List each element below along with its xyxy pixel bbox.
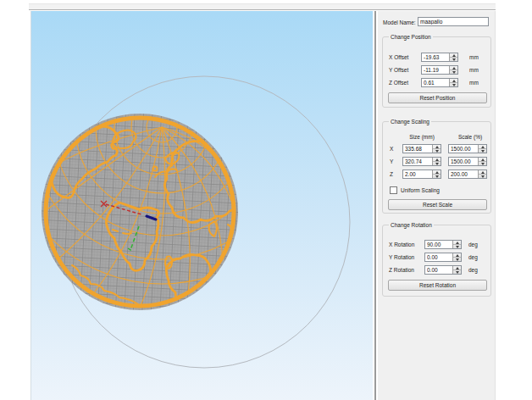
- x-rotation-input[interactable]: [426, 241, 452, 248]
- y-rotation-field: [424, 253, 462, 262]
- model-name-field: [418, 17, 489, 26]
- y-offset-input[interactable]: [423, 66, 449, 74]
- window-chrome-strip: [29, 3, 496, 10]
- scale-x-field: [448, 144, 487, 153]
- spin-down-icon[interactable]: [433, 149, 441, 153]
- size-z-spinner[interactable]: [432, 170, 441, 178]
- spin-down-icon[interactable]: [450, 83, 457, 86]
- uniform-scaling-label: Uniform Scaling: [401, 186, 440, 195]
- change-rotation-group: Change Rotation X Rotation deg Y Rotatio…: [382, 225, 491, 297]
- scale-y-input[interactable]: [450, 158, 478, 165]
- x-offset-field: [421, 53, 458, 62]
- scale-y-field: [448, 157, 487, 166]
- size-x-input[interactable]: [404, 145, 432, 153]
- size-z-input[interactable]: [404, 170, 432, 178]
- change-rotation-title: Change Rotation: [389, 221, 434, 229]
- reset-position-button[interactable]: Reset Position: [388, 92, 487, 103]
- panel-splitter: [374, 11, 376, 400]
- z-offset-input[interactable]: [423, 79, 449, 86]
- size-z-field: [402, 169, 441, 179]
- z-offset-label: Z Offset: [389, 78, 408, 87]
- x-rotation-spinner[interactable]: [452, 241, 461, 248]
- reset-rotation-button[interactable]: Reset Rotation: [388, 280, 487, 291]
- spin-down-icon[interactable]: [479, 162, 486, 165]
- change-position-title: Change Position: [389, 33, 433, 41]
- z-offset-field: [421, 78, 458, 87]
- y-offset-spinner[interactable]: [449, 66, 457, 74]
- spin-down-icon[interactable]: [433, 175, 441, 178]
- z-rotation-input[interactable]: [426, 266, 452, 274]
- size-x-field: [402, 144, 441, 153]
- spin-down-icon[interactable]: [453, 245, 461, 248]
- x-offset-input[interactable]: [423, 53, 449, 61]
- x-offset-spinner[interactable]: [449, 53, 457, 61]
- change-scaling-group: Change Scaling Size (mm) Scale (%) X Y: [382, 121, 491, 214]
- y-offset-unit: mm: [469, 65, 479, 75]
- change-scaling-title: Change Scaling: [389, 118, 431, 125]
- scale-x-input[interactable]: [450, 145, 478, 153]
- x-offset-label: X Offset: [389, 53, 408, 62]
- spin-down-icon[interactable]: [450, 58, 457, 61]
- z-rotation-label: Z Rotation: [389, 265, 414, 275]
- size-column-header: Size (mm): [409, 133, 435, 141]
- scale-x-spinner[interactable]: [478, 145, 486, 153]
- size-y-spinner[interactable]: [432, 158, 441, 165]
- model-name-label: Model Name:: [383, 18, 416, 27]
- viewport-canvas: [31, 11, 374, 400]
- scale-z-field: [448, 169, 487, 179]
- spin-down-icon[interactable]: [479, 175, 486, 178]
- viewport-3d[interactable]: [30, 11, 373, 400]
- z-offset-spinner[interactable]: [449, 79, 457, 86]
- settings-panel: Model Name: Change Position X Offset mm …: [378, 11, 496, 400]
- x-rotation-label: X Rotation: [389, 240, 414, 249]
- scale-z-input[interactable]: [450, 170, 478, 178]
- size-y-field: [402, 157, 441, 166]
- app-window: Model Name: Change Position X Offset mm …: [0, 0, 532, 400]
- scale-x-label: X: [390, 144, 393, 153]
- uniform-scaling-checkbox[interactable]: [390, 186, 397, 194]
- size-x-spinner[interactable]: [432, 145, 441, 153]
- spin-down-icon[interactable]: [479, 149, 486, 153]
- y-rotation-input[interactable]: [426, 253, 452, 261]
- z-offset-unit: mm: [469, 78, 479, 87]
- scale-z-label: Z: [390, 169, 393, 179]
- z-rotation-field: [424, 265, 462, 275]
- z-rotation-spinner[interactable]: [452, 266, 461, 274]
- model-name-input[interactable]: [419, 18, 487, 25]
- z-rotation-unit: deg: [468, 265, 478, 275]
- spin-down-icon[interactable]: [450, 70, 457, 74]
- spin-down-icon[interactable]: [453, 270, 461, 274]
- spin-down-icon[interactable]: [453, 258, 461, 261]
- size-y-input[interactable]: [404, 158, 432, 165]
- y-rotation-label: Y Rotation: [389, 253, 414, 262]
- spin-down-icon[interactable]: [433, 162, 441, 165]
- scale-y-spinner[interactable]: [478, 158, 486, 165]
- y-offset-field: [421, 65, 458, 75]
- x-rotation-unit: deg: [468, 240, 478, 249]
- globe-model[interactable]: [31, 11, 319, 313]
- reset-scale-button[interactable]: Reset Scale: [388, 199, 487, 210]
- x-offset-unit: mm: [469, 53, 479, 62]
- y-offset-label: Y Offset: [389, 65, 408, 75]
- scale-column-header: Scale (%): [458, 133, 482, 141]
- y-rotation-unit: deg: [468, 253, 478, 262]
- x-rotation-field: [424, 240, 462, 249]
- scale-z-spinner[interactable]: [478, 170, 486, 178]
- change-position-group: Change Position X Offset mm Y Offset mm …: [382, 36, 491, 108]
- y-rotation-spinner[interactable]: [452, 253, 461, 261]
- scale-y-label: Y: [390, 157, 393, 166]
